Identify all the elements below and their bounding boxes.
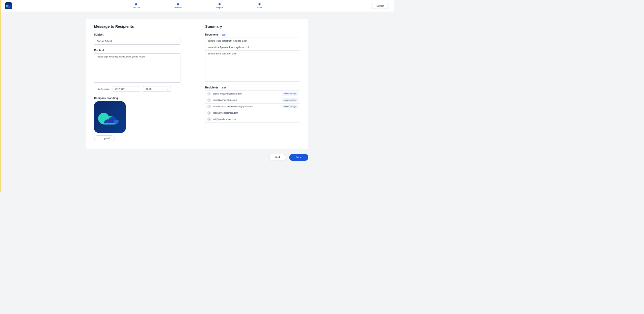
edit-recipients-link[interactable]: Edit [222,87,226,89]
step-prepare[interactable]: Prepare [216,3,223,9]
step-dot-icon [258,3,261,6]
list-spacer [205,123,300,129]
recipient-email: jason_will@wondershare.com [213,92,279,95]
step-dot-icon [218,3,221,6]
message-panel: Message to Recipients Subject Content Se… [86,19,197,149]
checkbox-icon [94,88,96,90]
upload-button[interactable]: Upload [94,135,115,141]
branding-preview [94,101,126,133]
time-value: 08: 00 [145,88,151,90]
set-reminder-checkbox[interactable]: Set Reminder [94,88,110,90]
document-row: revocation-of-power-of-attorney-form-3.p… [205,44,300,51]
cancel-button[interactable]: Cancel [371,3,389,9]
reminder-frequency-select[interactable]: Every day [113,86,140,92]
message-title: Message to Recipients [94,24,189,28]
upload-icon [99,137,101,140]
document-heading: Document Edit [205,33,300,36]
footer-actions: Back Send [86,149,308,166]
list-spacer [205,57,300,82]
step-add-file[interactable]: Add File [132,3,140,9]
step-dot-icon [135,3,138,6]
recipient-number: 3 [207,105,211,108]
send-button[interactable]: Send [289,154,308,161]
step-connector [223,4,257,4]
status-badge: Needs to Sign [282,92,298,96]
recipient-row: 4 jason@wondershare.com [205,110,300,116]
step-send[interactable]: Send [257,3,262,9]
set-reminder-label: Set Reminder [97,88,110,90]
recipient-row: 5 will@wondershare.com [205,116,300,122]
recipient-number: 5 [207,117,211,121]
app-logo [5,2,12,9]
recipient-row: 3 wondersharedocumentcloud@gmail.com Nee… [205,104,300,110]
document-row: general-bill-of-sale-form-1.pdf [205,51,300,57]
summary-panel: Summary Document Edit sample-lease-agree… [197,19,308,149]
recipients-label: Recipients [205,86,218,89]
subject-label: Subject [94,33,189,36]
step-connector [140,4,174,4]
upload-label: Upload [103,137,110,140]
recipient-row: 2 mike@wondershare.com Needs to Sign [205,97,300,103]
back-button[interactable]: Back [269,154,287,161]
reminder-row: Set Reminder Every day 08: 00 [94,86,189,92]
progress-stepper: Add File Recipient Prepare Send [132,3,262,9]
recipient-email: will@wondershare.com [213,118,298,121]
document-label: Document [205,33,218,36]
branding-label: Company branding [94,97,189,100]
reminder-time-select[interactable]: 08: 00 [143,86,171,92]
content-label: Content [94,49,189,52]
step-recipient[interactable]: Recipient [174,3,182,9]
subject-input[interactable] [94,38,180,45]
svg-point-1 [114,119,119,124]
frequency-value: Every day [115,88,124,90]
document-row: sample-lease-agreement-template-3.pdf [205,38,300,44]
app-header: Add File Recipient Prepare Send Cancel [0,0,394,12]
main-card: Message to Recipients Subject Content Se… [86,19,308,149]
chevron-down-icon [167,88,168,90]
recipient-email: wondersharedocumentcloud@gmail.com [213,105,279,108]
svg-point-0 [10,6,11,7]
recipients-heading: Recipients Edit [205,86,300,89]
recipient-number: 1 [207,92,211,96]
recipient-email: jason@wondershare.com [213,112,298,114]
document-list: sample-lease-agreement-template-3.pdf re… [205,38,300,82]
recipient-row: 1 jason_will@wondershare.com Needs to Si… [205,91,300,97]
chevron-down-icon [136,88,138,90]
status-badge: Needs to Sign [282,105,298,108]
summary-title: Summary [205,24,300,28]
recipient-number: 2 [207,98,211,102]
content-textarea[interactable] [94,53,180,83]
cloud-icon [6,4,11,8]
recipient-email: mike@wondershare.com [213,99,279,101]
recipient-number: 4 [207,111,211,115]
recipient-list: 1 jason_will@wondershare.com Needs to Si… [205,90,300,129]
cloud-icon [97,108,122,126]
step-connector [182,4,216,4]
page-body: Message to Recipients Subject Content Se… [0,12,394,192]
edit-documents-link[interactable]: Edit [222,34,225,36]
status-badge: Needs to Sign [282,98,298,102]
step-dot-icon [177,3,179,6]
